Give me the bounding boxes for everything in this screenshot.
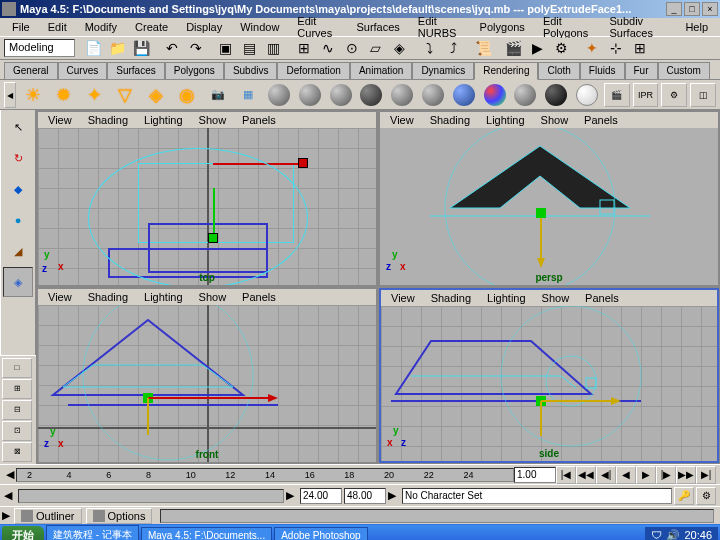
vp-menu-lighting[interactable]: Lighting <box>138 290 189 304</box>
select-tool[interactable]: ↖ <box>3 112 33 142</box>
material-ramp-icon[interactable] <box>481 82 509 108</box>
range-start-field[interactable] <box>300 488 342 504</box>
menu-edit[interactable]: Edit <box>40 19 75 35</box>
shelf-tab-deformation[interactable]: Deformation <box>277 62 349 79</box>
vp-menu-view[interactable]: View <box>42 113 78 127</box>
step-back-key-button[interactable]: ◀◀ <box>576 466 596 484</box>
menu-surfaces[interactable]: Surfaces <box>348 19 407 35</box>
material-surface-icon[interactable] <box>542 82 570 108</box>
play-back-button[interactable]: ◀ <box>616 466 636 484</box>
shelf-tab-custom[interactable]: Custom <box>658 62 710 79</box>
vp-menu-panels[interactable]: Panels <box>578 113 624 127</box>
menu-modify[interactable]: Modify <box>77 19 125 35</box>
material-blinn-icon[interactable] <box>296 82 324 108</box>
viewport-top[interactable]: View Shading Lighting Show Panels <box>37 111 377 286</box>
scale-tool[interactable]: ◢ <box>3 236 33 266</box>
volume-light-icon[interactable]: ◉ <box>173 82 201 108</box>
layout-three-button[interactable]: ⊠ <box>2 442 32 462</box>
toggle-axis-button[interactable]: ⊹ <box>605 38 627 58</box>
viewport-side[interactable]: View Shading Lighting Show Panels <box>379 288 719 463</box>
vp-menu-show[interactable]: Show <box>193 290 233 304</box>
maximize-button[interactable]: □ <box>684 2 700 16</box>
material-lambert-icon[interactable] <box>265 82 293 108</box>
layout-two-v-button[interactable]: ⊡ <box>2 421 32 441</box>
vp-menu-shading[interactable]: Shading <box>82 113 134 127</box>
material-layered-icon[interactable] <box>419 82 447 108</box>
range-scroll-left[interactable]: ◀ <box>4 489 16 502</box>
layout-single-button[interactable]: □ <box>2 358 32 378</box>
layout-four-button[interactable]: ⊞ <box>2 379 32 399</box>
menu-display[interactable]: Display <box>178 19 230 35</box>
ipr-button[interactable]: IPR <box>633 83 659 107</box>
range-expand[interactable]: ▶ <box>388 489 400 502</box>
layout-two-h-button[interactable]: ⊟ <box>2 400 32 420</box>
shelf-tab-polygons[interactable]: Polygons <box>165 62 224 79</box>
snap-plane-button[interactable]: ▱ <box>365 38 387 58</box>
shelf-scroll-left[interactable]: ◀ <box>4 82 16 108</box>
vp-menu-show[interactable]: Show <box>536 291 576 305</box>
lasso-tool[interactable]: ↻ <box>3 143 33 173</box>
select-by-object-button[interactable]: ▤ <box>239 38 261 58</box>
timeline[interactable]: ◀ 2 4 6 8 10 12 14 16 18 20 22 24 |◀ ◀◀ … <box>0 464 720 484</box>
timeline-ruler[interactable]: 2 4 6 8 10 12 14 16 18 20 22 24 <box>16 468 514 482</box>
options-panel-button[interactable]: Options <box>86 508 153 524</box>
viewport-side-canvas[interactable]: x z y side <box>381 306 717 461</box>
hypershade-button[interactable]: ◫ <box>690 83 716 107</box>
vp-menu-shading[interactable]: Shading <box>82 290 134 304</box>
vp-menu-view[interactable]: View <box>384 113 420 127</box>
outputs-button[interactable]: ⤴ <box>443 38 465 58</box>
step-forward-key-button[interactable]: ▶▶ <box>676 466 696 484</box>
viewport-persp-canvas[interactable]: z x y persp <box>380 128 718 285</box>
vp-menu-view[interactable]: View <box>385 291 421 305</box>
ambient-light-icon[interactable]: ☀ <box>19 82 47 108</box>
vp-menu-panels[interactable]: Panels <box>579 291 625 305</box>
move-tool[interactable]: ◆ <box>3 174 33 204</box>
material-shading-icon[interactable] <box>511 82 539 108</box>
render-button[interactable]: 🎬 <box>604 83 630 107</box>
vp-menu-panels[interactable]: Panels <box>236 113 282 127</box>
autokey-button[interactable]: 🔑 <box>674 487 694 505</box>
range-end-field[interactable] <box>344 488 386 504</box>
range-slider[interactable] <box>18 489 284 503</box>
shelf-tab-fluids[interactable]: Fluids <box>580 62 625 79</box>
render-globals-button[interactable]: ⚙ <box>551 38 573 58</box>
select-by-hierarchy-button[interactable]: ▣ <box>215 38 237 58</box>
tray-icon[interactable]: 🔊 <box>666 529 680 541</box>
task-notepad[interactable]: 建筑教程 - 记事本 <box>46 525 139 540</box>
menu-editcurves[interactable]: Edit Curves <box>289 13 346 41</box>
ipr-render-button[interactable]: ▶ <box>527 38 549 58</box>
camera-icon[interactable]: 📷 <box>204 82 232 108</box>
start-button[interactable]: 开始 <box>2 526 44 541</box>
spot-light-icon[interactable]: ▽ <box>111 82 139 108</box>
menu-editnurbs[interactable]: Edit NURBS <box>410 13 470 41</box>
shelf-tab-fur[interactable]: Fur <box>625 62 658 79</box>
step-forward-button[interactable]: |▶ <box>656 466 676 484</box>
clock[interactable]: 20:46 <box>684 529 712 540</box>
area-light-icon[interactable]: ◈ <box>142 82 170 108</box>
undo-button[interactable]: ↶ <box>161 38 183 58</box>
directional-light-icon[interactable]: ✹ <box>50 82 78 108</box>
material-phonge-icon[interactable] <box>388 82 416 108</box>
current-frame-field[interactable] <box>514 467 556 483</box>
menu-subdiv[interactable]: Subdiv Surfaces <box>601 13 675 41</box>
snap-point-button[interactable]: ⊙ <box>341 38 363 58</box>
open-scene-button[interactable]: 📁 <box>107 38 129 58</box>
render-globals-shelf-button[interactable]: ⚙ <box>661 83 687 107</box>
shelf-tab-dynamics[interactable]: Dynamics <box>412 62 474 79</box>
render-current-button[interactable]: 🎬 <box>503 38 525 58</box>
goto-end-button[interactable]: ▶| <box>696 466 716 484</box>
menu-window[interactable]: Window <box>232 19 287 35</box>
task-photoshop[interactable]: Adobe Photoshop <box>274 527 368 541</box>
step-back-button[interactable]: ◀| <box>596 466 616 484</box>
vp-menu-lighting[interactable]: Lighting <box>481 291 532 305</box>
point-light-icon[interactable]: ✦ <box>80 82 108 108</box>
menu-help[interactable]: Help <box>677 19 716 35</box>
snap-curve-button[interactable]: ∿ <box>317 38 339 58</box>
vp-menu-panels[interactable]: Panels <box>236 290 282 304</box>
select-by-component-button[interactable]: ▥ <box>263 38 285 58</box>
shelf-tab-subdivs[interactable]: Subdivs <box>224 62 278 79</box>
rotate-tool[interactable]: ● <box>3 205 33 235</box>
show-manipulator-tool[interactable]: ◈ <box>3 267 33 297</box>
system-tray[interactable]: 🛡 🔊 20:46 <box>645 527 718 541</box>
snap-view-button[interactable]: ◈ <box>389 38 411 58</box>
